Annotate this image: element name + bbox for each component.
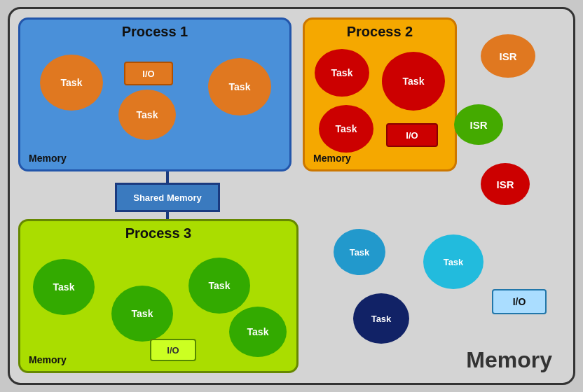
main-memory-label: Memory (466, 347, 552, 373)
process2-task-1: Task (315, 49, 369, 97)
process1-task-1: Task (40, 55, 103, 111)
isr-red: ISR (481, 163, 530, 205)
isr-green: ISR (454, 104, 503, 145)
isr-orange: ISR (481, 34, 535, 78)
process1-io: I/O (124, 62, 173, 85)
standalone-task-2: Task (423, 234, 483, 289)
process3-task-3: Task (188, 258, 250, 314)
process3-box: Process 3 Task Task Task Task I/O Memory (18, 219, 299, 373)
process3-task-1: Task (33, 259, 95, 315)
process3-memory-label: Memory (29, 354, 67, 365)
standalone-io: I/O (492, 289, 547, 314)
process3-io: I/O (150, 339, 196, 361)
process3-task-4: Task (229, 307, 287, 357)
process2-box: Process 2 Task Task Task I/O Memory (303, 18, 457, 172)
process1-memory-label: Memory (29, 153, 67, 164)
process2-io: I/O (386, 123, 438, 147)
process1-box: Process 1 Task I/O Task Task Memory (18, 18, 292, 172)
process2-title: Process 2 (305, 24, 455, 40)
process3-task-2: Task (111, 286, 173, 342)
main-container: Process 1 Task I/O Task Task Memory Proc… (8, 7, 575, 385)
process1-title: Process 1 (20, 24, 289, 40)
process3-title: Process 3 (20, 225, 296, 241)
standalone-task-3: Task (353, 293, 409, 344)
process2-task-3: Task (319, 105, 373, 153)
process2-task-2: Task (382, 52, 445, 111)
shared-memory-box: Shared Memory (115, 183, 220, 212)
process1-task-3: Task (208, 58, 271, 115)
standalone-task-1: Task (334, 229, 385, 275)
process2-memory-label: Memory (313, 153, 351, 164)
process1-task-2: Task (118, 90, 176, 140)
